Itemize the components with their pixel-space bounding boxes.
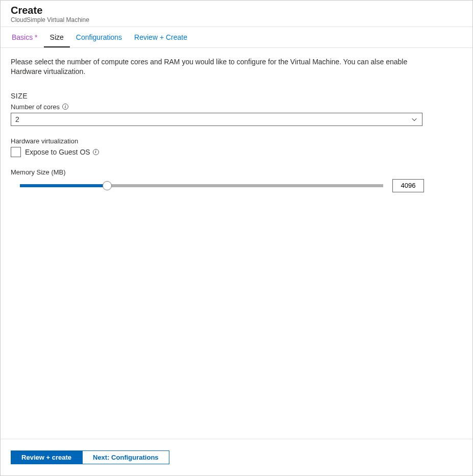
memory-block: Memory Size (MB) [11,168,462,192]
tab-review-create[interactable]: Review + Create [128,27,193,47]
slider-thumb[interactable] [103,181,112,190]
info-icon[interactable]: i [93,149,99,155]
expose-guest-row: Expose to Guest OS i [11,147,462,157]
header: Create CloudSimple Virtual Machine [1,1,472,27]
page-subtitle: CloudSimple Virtual Machine [11,16,462,23]
hardware-virtualization-block: Hardware virtualization Expose to Guest … [11,137,462,157]
create-vm-panel: Create CloudSimple Virtual Machine Basic… [0,0,473,476]
cores-label-text: Number of cores [11,103,60,111]
cores-label: Number of cores i [11,103,462,111]
info-icon[interactable]: i [62,104,68,110]
cores-dropdown-value: 2 [15,115,19,123]
tab-basics[interactable]: Basics * [6,27,44,47]
content-area: Please select the number of compute core… [1,48,472,439]
expose-guest-checkbox[interactable] [11,147,21,157]
chevron-down-icon [411,116,418,123]
expose-guest-label: Expose to Guest OS i [25,148,99,156]
slider-track-fill [20,184,107,187]
footer: Review + create Next: Configurations [1,439,472,475]
memory-slider[interactable] [20,181,383,190]
memory-row [11,179,462,192]
section-title-size: SIZE [11,92,462,100]
tab-configurations[interactable]: Configurations [70,27,128,47]
page-title: Create [11,5,462,16]
review-create-button[interactable]: Review + create [11,450,82,464]
expose-guest-label-text: Expose to Guest OS [25,148,90,156]
hardware-virtualization-label: Hardware virtualization [11,137,462,145]
tab-bar: Basics * Size Configurations Review + Cr… [1,27,472,48]
description-text: Please select the number of compute core… [11,57,414,77]
cores-dropdown[interactable]: 2 [11,113,422,126]
memory-value-input[interactable] [392,179,424,192]
memory-label: Memory Size (MB) [11,168,462,176]
tab-size[interactable]: Size [44,27,70,47]
next-configurations-button[interactable]: Next: Configurations [82,450,169,464]
